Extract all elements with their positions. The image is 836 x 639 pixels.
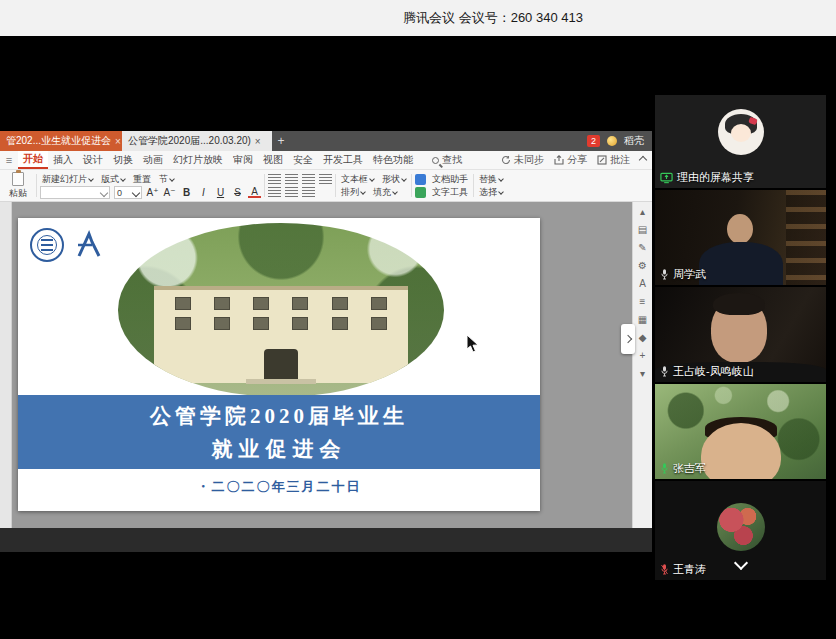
add-pane-icon[interactable]: +: [640, 350, 646, 361]
screen-share-icon: [660, 172, 673, 184]
new-tab-button[interactable]: +: [272, 131, 290, 151]
align-center-icon[interactable]: [285, 174, 298, 184]
scroll-down-icon[interactable]: ▾: [640, 368, 645, 379]
fill-button[interactable]: 填充: [371, 186, 399, 199]
participant-body: [699, 242, 783, 285]
shape-pane-icon[interactable]: ◆: [639, 332, 647, 343]
university-logo-icon: [30, 228, 64, 262]
participant-tile-video[interactable]: 周学武: [655, 190, 826, 285]
expand-pane-button[interactable]: [621, 324, 635, 354]
close-tab-icon[interactable]: ×: [115, 136, 121, 147]
select-button[interactable]: 选择: [477, 186, 505, 199]
scroll-up-icon[interactable]: ▴: [640, 206, 645, 217]
ribbon-tab-review[interactable]: 审阅: [228, 151, 258, 169]
participant-tile-screen-share[interactable]: 理由的屏幕共享: [655, 95, 826, 188]
bullets-icon[interactable]: [268, 187, 281, 197]
justify-icon[interactable]: [319, 174, 332, 184]
numbering-icon[interactable]: [285, 187, 298, 197]
text-pane-icon[interactable]: A: [639, 278, 646, 289]
collapse-sidebar-button[interactable]: [736, 554, 746, 572]
align-right-icon[interactable]: [302, 174, 315, 184]
slide-title-banner: 公管学院2020届毕业生 就业促进会: [18, 395, 540, 469]
font-color-button[interactable]: A: [248, 187, 261, 198]
ribbon-tab-security[interactable]: 安全: [288, 151, 318, 169]
section-button[interactable]: 节: [157, 173, 176, 186]
building-steps: [246, 379, 316, 384]
replace-button[interactable]: 替换: [477, 173, 505, 186]
participant-tile-video[interactable]: 张吉军: [655, 384, 826, 479]
close-tab-icon[interactable]: ×: [255, 136, 261, 147]
shape-button[interactable]: 形状: [380, 173, 408, 186]
participant-tile-avatar[interactable]: 王青涛: [655, 481, 826, 580]
ribbon-tab-special[interactable]: 特色功能: [368, 151, 418, 169]
tabbar-right-cluster: 2 稻壳: [587, 131, 652, 151]
participant-name: 王青涛: [673, 562, 706, 577]
mouse-cursor: [466, 334, 480, 354]
doc-helper-button[interactable]: 文档助手: [430, 173, 470, 186]
ribbon-tab-view[interactable]: 视图: [258, 151, 288, 169]
ribbon-tab-home[interactable]: 开始: [18, 151, 48, 169]
avatar: [718, 109, 764, 155]
meeting-app: 腾讯会议 会议号：260 340 413 管202...业生就业促进会 × 公管…: [0, 0, 836, 639]
underline-button[interactable]: U: [214, 187, 227, 198]
arrange-button[interactable]: 排列: [339, 186, 367, 199]
bold-button[interactable]: B: [180, 187, 193, 198]
slide-canvas[interactable]: 公管学院2020届毕业生 就业促进会 ・二〇二〇年三月二十日: [18, 218, 540, 511]
line-spacing-icon[interactable]: [302, 187, 315, 197]
strikethrough-button[interactable]: S: [231, 187, 244, 198]
sync-label: 未同步: [514, 153, 544, 167]
participant-name: 张吉军: [673, 461, 706, 476]
ribbon-tab-insert[interactable]: 插入: [48, 151, 78, 169]
font-size-select[interactable]: 0: [114, 186, 142, 199]
grow-font-button[interactable]: A⁺: [146, 187, 159, 198]
doc-tab-active[interactable]: 管202...业生就业促进会 ×: [0, 131, 122, 151]
menu-icon[interactable]: ≡: [0, 154, 18, 166]
text-tool-button[interactable]: 文字工具: [430, 186, 470, 199]
slide-date: ・二〇二〇年三月二十日: [18, 478, 540, 496]
doc-tab-inactive[interactable]: 公管学院2020届...20.03.20) ×: [122, 131, 272, 151]
paste-button[interactable]: 粘贴: [3, 171, 33, 200]
italic-button[interactable]: I: [197, 187, 210, 198]
textbox-button[interactable]: 文本框: [339, 173, 376, 186]
slide-thumbnail-pane[interactable]: [0, 202, 12, 528]
layout-button[interactable]: 版式: [99, 173, 127, 186]
slide-tools-group: 新建幻灯片 版式 重置 节 0 A⁺ A⁻ B I U S A: [40, 171, 261, 200]
ribbon-tab-animation[interactable]: 动画: [138, 151, 168, 169]
mic-icon: [660, 365, 669, 378]
doc-tab-label: 管202...业生就业促进会: [6, 134, 111, 148]
sync-button[interactable]: 未同步: [501, 153, 544, 167]
task-pane-icon-bar: ▴ ▤ ✎ ⚙ A ≡ ▦ ◆ + ▾: [632, 202, 652, 528]
outline-icon[interactable]: ≡: [640, 296, 646, 307]
ribbon-tab-transition[interactable]: 切换: [108, 151, 138, 169]
grid-icon[interactable]: ▦: [638, 314, 647, 325]
properties-icon[interactable]: ▤: [638, 224, 647, 235]
chevron-down-icon: [733, 556, 747, 570]
text-tool-icon: [415, 187, 426, 198]
building: [154, 286, 408, 383]
settings-icon[interactable]: ⚙: [638, 260, 647, 271]
reset-button[interactable]: 重置: [131, 173, 153, 186]
font-family-select[interactable]: [40, 186, 110, 199]
meeting-titlebar: 腾讯会议 会议号：260 340 413: [0, 0, 836, 36]
align-left-icon[interactable]: [268, 174, 281, 184]
shrink-font-button[interactable]: A⁻: [163, 187, 176, 198]
participant-hair: [713, 293, 765, 315]
edit-icon[interactable]: ✎: [638, 242, 646, 253]
comment-button[interactable]: 批注: [597, 153, 630, 167]
doc-helper-icon: [415, 174, 426, 185]
collapse-ribbon-icon[interactable]: [639, 156, 647, 164]
coin-icon: [607, 136, 617, 146]
share-button[interactable]: 分享: [554, 153, 587, 167]
insert-group: 文本框 形状 排列 填充: [339, 171, 408, 200]
ribbon-right-cluster: 未同步 分享 批注: [501, 153, 652, 167]
ribbon-tab-row: ≡ 开始 插入 设计 切换 动画 幻灯片放映 审阅 视图 安全 开发工具 特色功…: [0, 151, 652, 170]
new-slide-button[interactable]: 新建幻灯片: [40, 173, 95, 186]
ribbon-tab-slideshow[interactable]: 幻灯片放映: [168, 151, 228, 169]
ribbon-tab-design[interactable]: 设计: [78, 151, 108, 169]
find-button[interactable]: 查找: [432, 153, 462, 167]
ribbon-tab-devtools[interactable]: 开发工具: [318, 151, 368, 169]
template-store-label[interactable]: 稻壳: [624, 134, 644, 148]
mic-muted-icon: [660, 563, 669, 576]
paragraph-group: [268, 171, 332, 200]
participant-tile-video[interactable]: 王占岐-凤鸣岐山: [655, 287, 826, 382]
